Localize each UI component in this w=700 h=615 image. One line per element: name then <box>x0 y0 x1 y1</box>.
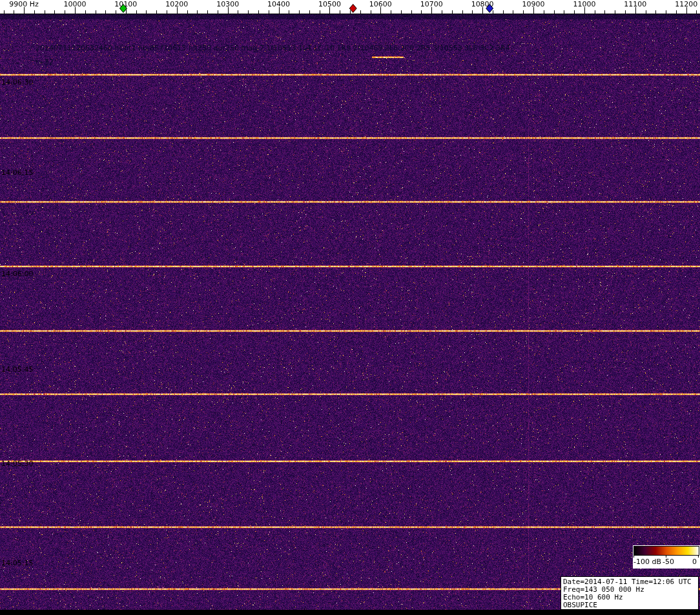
colorbar-label-min: -100 dB <box>633 558 661 566</box>
colorbar-gradient <box>633 546 699 556</box>
colorbar-label-max: 0 <box>692 558 697 566</box>
event-annotation: 20140711120632460 hCnt1 nb-85 f10613 hit… <box>36 44 510 52</box>
frequency-scale <box>0 0 700 14</box>
time-offset-annotation: ^t+32 <box>30 58 54 66</box>
info-box: Date=2014-07-11 Time=12:06 UTC Freq=143 … <box>561 576 699 610</box>
info-station-line: OBSUPICE <box>563 601 696 609</box>
spectrogram-view: 20140711120632460 hCnt1 nb-85 f10613 hit… <box>0 0 700 615</box>
bottom-border <box>0 610 700 615</box>
colorbar: -100 dB -50 0 <box>633 545 700 569</box>
colorbar-label-mid: -50 <box>663 558 674 566</box>
colorbar-tick-max <box>698 556 699 558</box>
spectrogram-canvas <box>0 14 700 610</box>
